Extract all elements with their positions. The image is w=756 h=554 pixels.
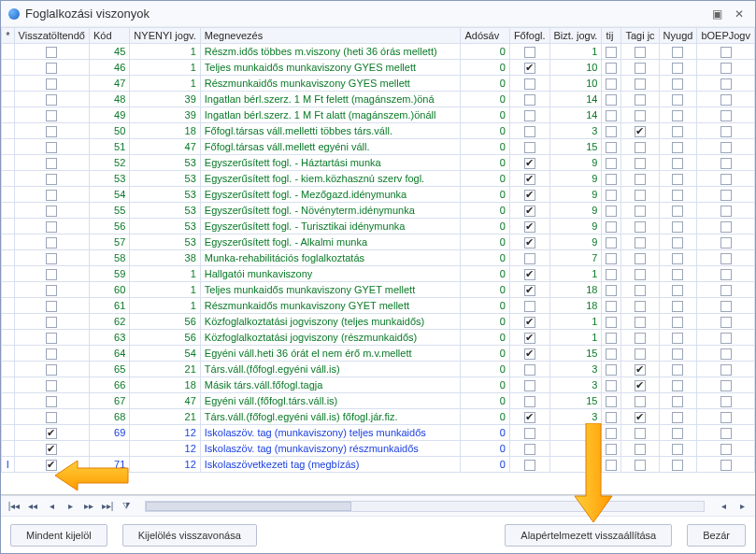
- tagi-checkbox[interactable]: [635, 47, 646, 58]
- table-row[interactable]: 6521Társ.váll.(főfogl.egyéni váll.is)03: [2, 362, 755, 377]
- col-bizt-extra[interactable]: tij: [602, 28, 621, 44]
- visszatoltendo-checkbox[interactable]: [46, 206, 57, 217]
- tagi-checkbox[interactable]: [635, 142, 646, 153]
- visszatoltendo-checkbox[interactable]: [46, 126, 57, 137]
- fofogl-checkbox[interactable]: [524, 444, 535, 455]
- fofogl-checkbox[interactable]: [524, 206, 535, 217]
- boep-checkbox[interactable]: [720, 348, 732, 360]
- bizt-extra-checkbox[interactable]: [606, 253, 617, 264]
- visszatoltendo-checkbox[interactable]: [46, 253, 57, 264]
- table-row[interactable]: 5018Főfogl.társas váll.melletti többes t…: [2, 123, 755, 139]
- table-row[interactable]: 601Teljes munkaidős munkaviszony GYET me…: [2, 282, 755, 298]
- bizt-extra-checkbox[interactable]: [606, 94, 617, 106]
- boep-checkbox[interactable]: [720, 78, 732, 90]
- boep-checkbox[interactable]: [720, 206, 732, 217]
- nyugd-checkbox[interactable]: [672, 444, 683, 455]
- table-row[interactable]: 6256Közfoglalkoztatási jogviszony (telje…: [2, 314, 755, 330]
- tagi-checkbox[interactable]: [635, 206, 646, 217]
- bizt-extra-checkbox[interactable]: [606, 237, 617, 249]
- boep-checkbox[interactable]: [720, 428, 732, 439]
- visszatoltendo-checkbox[interactable]: [46, 158, 57, 169]
- boep-checkbox[interactable]: [720, 158, 732, 169]
- nyugd-checkbox[interactable]: [672, 237, 683, 249]
- header-row[interactable]: * Visszatöltendő Kód NYENYI jogv. Megnev…: [2, 28, 755, 44]
- nyugd-checkbox[interactable]: [672, 47, 683, 58]
- nyugd-checkbox[interactable]: [672, 348, 683, 360]
- tagi-checkbox[interactable]: [635, 190, 646, 201]
- nyugd-checkbox[interactable]: [672, 412, 683, 423]
- visszatoltendo-checkbox[interactable]: [46, 94, 57, 106]
- boep-checkbox[interactable]: [720, 317, 732, 328]
- boep-checkbox[interactable]: [720, 412, 732, 423]
- visszatoltendo-checkbox[interactable]: [46, 412, 57, 423]
- boep-checkbox[interactable]: [720, 364, 732, 376]
- nyugd-checkbox[interactable]: [672, 269, 683, 280]
- boep-checkbox[interactable]: [720, 110, 732, 121]
- table-row[interactable]: 6618Másik társ.váll.főfogl.tagja03: [2, 377, 755, 393]
- nav-last-icon[interactable]: ▸▸|: [100, 499, 115, 514]
- bizt-extra-checkbox[interactable]: [606, 333, 617, 344]
- nyugd-checkbox[interactable]: [672, 317, 683, 328]
- table-row[interactable]: 5653Egyszerűsített fogl. - Turisztikai i…: [2, 219, 755, 234]
- bizt-extra-checkbox[interactable]: [606, 348, 617, 360]
- boep-checkbox[interactable]: [720, 396, 732, 407]
- table-row[interactable]: 5838Munka-rehabilitációs foglalkoztatás0…: [2, 250, 755, 266]
- boep-checkbox[interactable]: [720, 174, 732, 185]
- table-row[interactable]: 6356Közfoglalkoztatási jogviszony (részm…: [2, 330, 755, 346]
- fofogl-checkbox[interactable]: [524, 348, 535, 360]
- tagi-checkbox[interactable]: [635, 460, 646, 471]
- tagi-checkbox[interactable]: [635, 285, 646, 296]
- tagi-checkbox[interactable]: [635, 333, 646, 344]
- bizt-extra-checkbox[interactable]: [606, 110, 617, 121]
- bizt-extra-checkbox[interactable]: [606, 78, 617, 90]
- bizt-extra-checkbox[interactable]: [606, 221, 617, 233]
- tagi-checkbox[interactable]: [635, 269, 646, 280]
- nyugd-checkbox[interactable]: [672, 78, 683, 90]
- col-megnevezes[interactable]: Megnevezés: [200, 28, 461, 44]
- fofogl-checkbox[interactable]: [524, 317, 535, 328]
- fofogl-checkbox[interactable]: [524, 285, 535, 296]
- fofogl-checkbox[interactable]: [524, 110, 535, 121]
- bizt-extra-checkbox[interactable]: [606, 174, 617, 185]
- select-all-button[interactable]: Mindent kijelöl: [10, 524, 107, 547]
- visszatoltendo-checkbox[interactable]: [46, 47, 57, 58]
- boep-checkbox[interactable]: [720, 237, 732, 249]
- deselect-button[interactable]: Kijelölés visszavonása: [122, 524, 257, 547]
- nav-nextpage-icon[interactable]: ▸▸: [81, 499, 96, 514]
- boep-checkbox[interactable]: [720, 253, 732, 264]
- nyugd-checkbox[interactable]: [672, 94, 683, 106]
- fofogl-checkbox[interactable]: [524, 63, 535, 74]
- tagi-checkbox[interactable]: [635, 253, 646, 264]
- boep-checkbox[interactable]: [720, 221, 732, 233]
- scroll-right-icon[interactable]: ▸: [735, 499, 749, 514]
- boep-checkbox[interactable]: [720, 47, 732, 58]
- nyugd-checkbox[interactable]: [672, 221, 683, 233]
- table-row[interactable]: I7112Iskolaszövetkezeti tag (megbízás)01: [2, 457, 755, 473]
- col-tagi[interactable]: Tagi jc: [621, 28, 659, 44]
- nav-prevpage-icon[interactable]: ◂◂: [25, 499, 40, 514]
- table-row[interactable]: 591Hallgatói munkaviszony01: [2, 266, 755, 282]
- bizt-extra-checkbox[interactable]: [606, 158, 617, 169]
- nav-prev-icon[interactable]: ◂: [44, 499, 59, 514]
- tagi-checkbox[interactable]: [635, 94, 646, 106]
- col-nyugd[interactable]: Nyugd: [659, 28, 697, 44]
- fofogl-checkbox[interactable]: [524, 142, 535, 153]
- visszatoltendo-checkbox[interactable]: [46, 221, 57, 233]
- table-row[interactable]: 6454Egyéni váll.heti 36 órát el nem érő …: [2, 346, 755, 362]
- fofogl-checkbox[interactable]: [524, 221, 535, 233]
- bizt-extra-checkbox[interactable]: [606, 142, 617, 153]
- tagi-checkbox[interactable]: [635, 174, 646, 185]
- tagi-checkbox[interactable]: [635, 444, 646, 455]
- col-visszatoltendo[interactable]: Visszatöltendő: [14, 28, 89, 44]
- bizt-extra-checkbox[interactable]: [606, 47, 617, 58]
- col-kod[interactable]: Kód: [89, 28, 129, 44]
- visszatoltendo-checkbox[interactable]: [46, 269, 57, 280]
- visszatoltendo-checkbox[interactable]: [46, 317, 57, 328]
- nyugd-checkbox[interactable]: [672, 333, 683, 344]
- fofogl-checkbox[interactable]: [524, 174, 535, 185]
- fofogl-checkbox[interactable]: [524, 94, 535, 106]
- bizt-extra-checkbox[interactable]: [606, 380, 617, 391]
- scrollbar-thumb[interactable]: [146, 502, 351, 511]
- table-row[interactable]: 6821Társ.váll.(főfogl.egyéni váll.is) fő…: [2, 409, 755, 425]
- filter-icon[interactable]: ⧩: [119, 499, 134, 514]
